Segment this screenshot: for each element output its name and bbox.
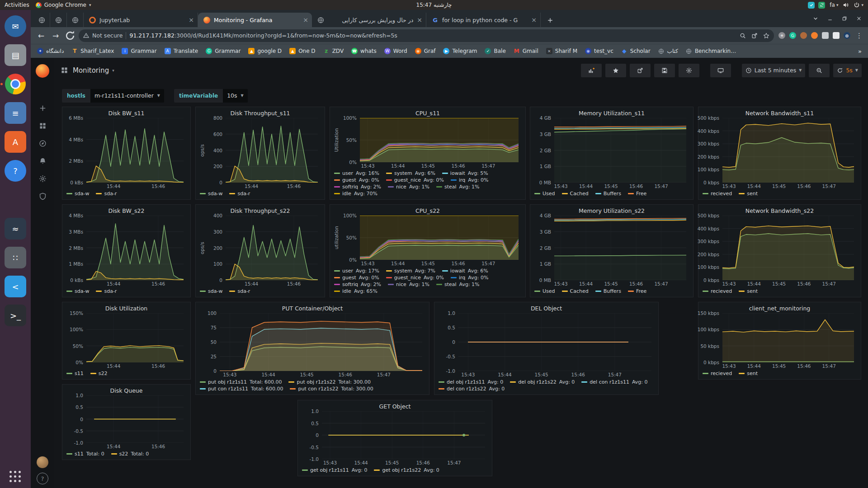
bookmark-item[interactable]: GGrammar — [206, 48, 241, 54]
legend-item[interactable]: sda-r — [229, 288, 250, 295]
legend-item[interactable]: sent — [739, 370, 758, 377]
tab-inactive[interactable]: JupyterLab× — [84, 13, 198, 27]
dock-item-chrome[interactable] — [5, 73, 26, 95]
minimize-button[interactable] — [827, 16, 833, 21]
bookmark-item[interactable]: ◉test_vc — [585, 48, 613, 54]
pinned-tab[interactable] — [50, 13, 67, 27]
tab-inactive[interactable]: Gfor loop in python code - G× — [426, 13, 541, 27]
dock-item-terminal[interactable]: >_ — [5, 305, 26, 326]
legend-item[interactable]: irqAvg: 0% — [451, 177, 488, 183]
colorwheel-extension-icon[interactable]: ✳ — [778, 32, 785, 39]
panel-title[interactable]: Disk Utilization — [66, 304, 187, 313]
volume-icon[interactable] — [843, 2, 849, 8]
bookmark-item[interactable]: ATranslate — [165, 48, 198, 54]
bookmark-star-icon[interactable] — [763, 33, 769, 39]
panel-title[interactable]: Network Bandwidth_s22 — [702, 206, 858, 216]
tab-inactive[interactable]: در حال ویرایش بررسی کارایی× — [312, 13, 426, 27]
orange-extension-icon[interactable] — [811, 32, 818, 39]
dock-item-files-drawer[interactable]: ▤ — [5, 44, 26, 66]
activities-button[interactable]: Activities — [5, 2, 29, 8]
sidebar-item-explore[interactable] — [33, 135, 52, 152]
panel-plot[interactable] — [226, 216, 318, 280]
legend-item[interactable]: recieved — [703, 288, 732, 295]
panel-plot[interactable] — [86, 118, 184, 183]
back-button[interactable]: ← — [35, 30, 47, 42]
panel-plot[interactable] — [554, 216, 686, 280]
panel-plot[interactable] — [226, 118, 318, 183]
panel-plot[interactable] — [322, 411, 485, 459]
legend-item[interactable]: sda-w — [66, 288, 89, 295]
tab-close-icon[interactable]: × — [417, 16, 422, 23]
check-badge-icon[interactable] — [808, 2, 815, 9]
grafana-logo-icon[interactable] — [36, 64, 49, 78]
dock-item-help[interactable]: ? — [5, 160, 26, 182]
legend-item[interactable]: sent — [739, 190, 758, 197]
bookmark-item[interactable]: Benchmarkin… — [686, 48, 736, 54]
legend-item[interactable]: guestAvg: 0% — [334, 274, 379, 281]
sidebar-item-alerting[interactable] — [33, 152, 52, 170]
sidebar-item-dashboards[interactable] — [33, 117, 52, 135]
legend-item[interactable]: sda-r — [96, 288, 117, 295]
pinned-tab[interactable] — [67, 13, 84, 27]
panel-title[interactable]: Disk BW_s22 — [66, 206, 187, 216]
clock[interactable]: چارشنبه 15:47 — [416, 2, 452, 8]
bookmark-item[interactable]: iGrammar — [122, 48, 156, 54]
legend-item[interactable]: Used — [534, 190, 555, 197]
new-tab-button[interactable] — [543, 14, 557, 27]
legend-item[interactable]: s22 — [90, 370, 108, 377]
panel-plot[interactable] — [86, 395, 184, 443]
dock-item-libreoffice-writer[interactable]: ≡ — [5, 102, 26, 124]
sidebar-item-create[interactable] — [33, 99, 52, 117]
legend-item[interactable]: guest_niceAvg: 0% — [386, 274, 444, 281]
panel-plot[interactable] — [86, 313, 184, 362]
bookmark-item[interactable]: کتاب — [658, 48, 678, 54]
legend-item[interactable]: irqAvg: 0% — [451, 274, 488, 281]
legend-item[interactable]: systemAvg: 7% — [386, 267, 435, 274]
legend-item[interactable]: del obj r1z1s11Avg: 0 — [439, 379, 503, 385]
legend-item[interactable]: niceAvg: 1% — [388, 281, 429, 288]
legend-item[interactable]: sent — [739, 288, 758, 295]
bookmark-item[interactable]: zZDV — [323, 48, 344, 54]
legend-item[interactable]: stealAvg: 1% — [436, 183, 480, 190]
bookmark-item[interactable]: ☎whats — [351, 48, 377, 54]
legend-item[interactable]: del con r1z1s22Avg: 0 — [439, 385, 505, 392]
show-applications-button[interactable] — [9, 471, 21, 483]
panel-plot[interactable] — [360, 118, 519, 162]
bookmarks-overflow-icon[interactable]: » — [858, 48, 862, 55]
bookmark-item[interactable]: ▲One D — [289, 48, 316, 54]
panel-title[interactable]: PUT Container/Object — [199, 304, 426, 313]
legend-item[interactable]: Cached — [562, 190, 589, 197]
dock-item-ubuntu-software[interactable]: A — [5, 131, 26, 153]
bookmark-item[interactable]: ▲google D — [248, 48, 282, 54]
dock-item-system-monitor[interactable]: ≈ — [5, 218, 26, 239]
sidebar-item-configuration[interactable] — [33, 170, 52, 188]
bookmark-item[interactable]: MGmail — [514, 48, 538, 54]
panel-title[interactable]: GET Object — [301, 402, 489, 411]
panel-title[interactable]: CPU_s22 — [333, 206, 522, 216]
dock-item-calculator[interactable]: ∷ — [5, 247, 26, 268]
panel-title[interactable]: CPU_s11 — [333, 109, 522, 118]
legend-item[interactable]: s22Total: 0 — [111, 450, 149, 457]
bookmark-item[interactable]: ▶Telegram — [443, 48, 477, 54]
legend-item[interactable]: put con r1z1s11Total: 600.00 — [200, 385, 283, 392]
tab-close-icon[interactable]: × — [303, 16, 308, 23]
legend-item[interactable]: guest_niceAvg: 0% — [386, 177, 444, 183]
legend-item[interactable]: sda-w — [66, 190, 89, 197]
panel-plot[interactable] — [554, 118, 686, 183]
panel-title[interactable]: Memory Utilization_s22 — [533, 206, 690, 216]
bookmark-item[interactable]: ◉Graf — [415, 48, 436, 54]
legend-item[interactable]: put obj r1z1s22Total: 300.00 — [288, 379, 370, 385]
legend-item[interactable]: idleAvg: 65% — [334, 288, 377, 295]
restore-button[interactable] — [842, 16, 847, 21]
legend-item[interactable]: sda-r — [229, 190, 250, 197]
zoom-icon[interactable] — [740, 33, 746, 39]
not-secure-warning-icon[interactable] — [83, 33, 89, 38]
panel-plot[interactable] — [86, 216, 184, 280]
tab-close-icon[interactable]: × — [531, 16, 537, 23]
reload-button[interactable] — [64, 30, 76, 42]
sidebar-item-server-admin[interactable] — [33, 188, 52, 205]
tab-search-icon[interactable] — [813, 16, 818, 21]
panel-plot[interactable] — [458, 313, 651, 371]
legend-item[interactable]: del con r1z1s11Avg: 0 — [581, 379, 647, 385]
help-icon[interactable]: ? — [37, 473, 48, 484]
